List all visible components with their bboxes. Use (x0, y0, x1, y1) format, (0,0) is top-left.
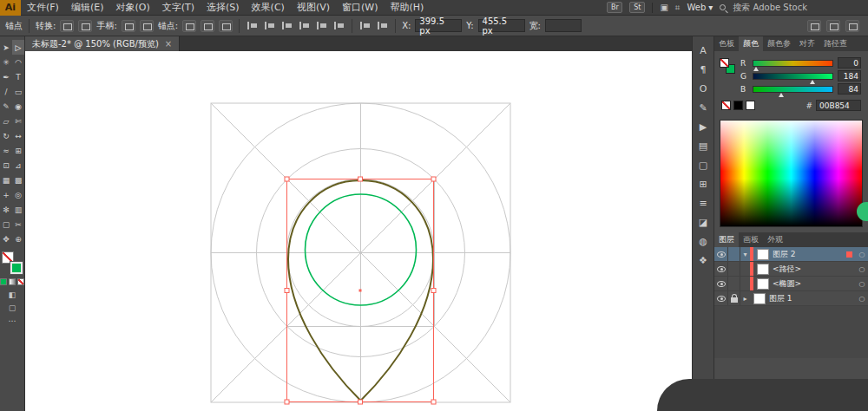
gradient-mode-button[interactable] (9, 278, 16, 285)
fill-proxy-swatch[interactable] (720, 58, 729, 68)
magic-wand-tool[interactable]: ✳ (0, 55, 12, 69)
visibility-toggle[interactable] (714, 277, 728, 290)
direct-selection-tool[interactable]: ▷ (12, 40, 24, 55)
connect-anchor-icon[interactable] (201, 20, 214, 32)
visibility-toggle[interactable] (714, 291, 728, 305)
color-mode-button[interactable] (0, 278, 7, 285)
selected-art-indicator[interactable] (846, 251, 852, 258)
menu-help[interactable]: 帮助(H) (384, 0, 430, 16)
type-tool[interactable]: T (12, 69, 24, 84)
column-graph-tool[interactable]: ▥ (12, 202, 24, 217)
menu-effect[interactable]: 效果(C) (246, 0, 291, 16)
actions-panel-icon[interactable]: ▶ (700, 121, 707, 133)
align-top-icon[interactable] (298, 20, 311, 31)
stroke-panel-icon[interactable]: ≡ (699, 198, 707, 209)
convert-to-corner-icon[interactable] (60, 20, 74, 32)
stock-button[interactable]: St (629, 2, 645, 13)
tab-appearance[interactable]: 外观 (763, 232, 787, 247)
menu-object[interactable]: 对象(O) (109, 0, 155, 16)
distribute-horizontal-icon[interactable] (358, 20, 372, 31)
symbols-panel-icon[interactable]: ❖ (699, 255, 707, 266)
tab-swatches[interactable]: 色板 (714, 36, 739, 51)
green-slider[interactable] (753, 73, 833, 80)
lock-toggle[interactable] (728, 262, 740, 276)
align-right-icon[interactable] (280, 20, 293, 31)
isolate-selection-icon[interactable] (826, 20, 840, 32)
none-mode-button[interactable] (17, 278, 24, 285)
width-input[interactable] (545, 19, 582, 32)
close-icon[interactable]: × (165, 39, 172, 49)
selection-tool[interactable]: ➤ (0, 40, 12, 55)
color-spectrum-picker[interactable] (720, 120, 863, 227)
cut-path-icon[interactable] (219, 20, 233, 32)
lock-toggle[interactable] (728, 277, 740, 290)
menu-type[interactable]: 文字(T) (156, 0, 201, 16)
green-value-input[interactable]: 184 (838, 70, 861, 82)
tab-color-guide[interactable]: 颜色参 (763, 36, 795, 51)
align-middle-icon[interactable] (315, 20, 328, 31)
hex-value-input[interactable]: 00B854 (816, 100, 861, 111)
chevron-down-icon[interactable]: ▾ (740, 251, 750, 258)
free-transform-tool[interactable]: ⊞ (12, 143, 24, 158)
panel-menu-icon[interactable] (845, 20, 859, 32)
screen-mode-icon[interactable]: ▢ (9, 303, 16, 312)
artboard-tool[interactable]: ▢ (0, 217, 12, 232)
artboard[interactable] (25, 51, 692, 411)
remove-anchor-icon[interactable] (182, 20, 196, 32)
eraser-tool[interactable]: ▱ (0, 114, 12, 128)
layer-row-layer1[interactable]: ▸ 图层 1 ○ (714, 291, 868, 306)
white-swatch[interactable] (746, 101, 755, 110)
layer-row-layer2[interactable]: ▾ 图层 2 ○ (714, 247, 868, 262)
stroke-swatch-green[interactable] (10, 262, 23, 274)
brushes-panel-icon[interactable]: ✎ (699, 102, 707, 114)
convert-to-smooth-icon[interactable] (78, 20, 92, 32)
target-icon[interactable]: ○ (856, 251, 868, 258)
layer-thumbnail[interactable] (757, 249, 769, 260)
layer-row-ellipse[interactable]: <椭圆> ○ (714, 277, 868, 291)
hand-tool[interactable]: ✥ (0, 232, 12, 246)
shape-builder-tool[interactable]: ⊡ (0, 158, 12, 173)
menu-view[interactable]: 视图(V) (291, 0, 336, 16)
eyedropper-tool[interactable]: + (0, 187, 12, 202)
gradient-panel-icon[interactable]: ◪ (699, 217, 707, 228)
transparency-panel-icon[interactable]: ◍ (699, 236, 707, 247)
blue-value-input[interactable]: 84 (838, 83, 861, 95)
target-icon[interactable]: ○ (856, 295, 868, 303)
scale-tool[interactable]: ↔ (12, 128, 24, 143)
blend-tool[interactable]: ◎ (12, 187, 24, 202)
y-input[interactable]: 455.5 px (478, 19, 525, 32)
line-segment-tool[interactable]: / (0, 84, 12, 99)
none-swatch[interactable] (721, 101, 731, 110)
toolbar-overflow-icon[interactable]: ⋯ (9, 316, 16, 325)
layer-thumbnail[interactable] (757, 278, 769, 290)
target-icon[interactable]: ○ (856, 280, 868, 288)
panel-fill-stroke-widget[interactable] (720, 58, 735, 74)
tab-artboards[interactable]: 画板 (739, 232, 763, 247)
red-slider-thumb[interactable] (753, 67, 759, 71)
layer-thumbnail[interactable] (753, 293, 766, 304)
align-left-icon[interactable] (246, 20, 259, 31)
target-icon[interactable]: ○ (856, 265, 868, 273)
gpu-performance-icon[interactable]: ⌗ (675, 3, 681, 13)
distribute-vertical-icon[interactable] (376, 20, 389, 31)
green-slider-thumb[interactable] (810, 80, 815, 84)
tab-color[interactable]: 颜色 (739, 36, 763, 51)
transform-panel-icon[interactable] (807, 20, 821, 32)
menu-edit[interactable]: 编辑(E) (65, 0, 110, 16)
lock-toggle[interactable] (728, 247, 740, 261)
lasso-tool[interactable]: ◠ (12, 55, 24, 69)
pattern-panel-icon[interactable]: ⊞ (699, 179, 707, 190)
search-icon[interactable] (720, 4, 726, 10)
layer-thumbnail[interactable] (757, 264, 769, 275)
stock-search-input[interactable]: 搜索 Adobe Stock (733, 2, 807, 14)
bridge-button[interactable]: Br (607, 2, 622, 13)
lock-toggle[interactable] (728, 291, 740, 305)
gradient-tool[interactable]: ▩ (12, 173, 24, 187)
opentype-panel-icon[interactable]: O (700, 83, 707, 95)
tab-pathfinder[interactable]: 路径查 (819, 36, 852, 51)
x-input[interactable]: 399.5 px (415, 19, 462, 32)
menu-select[interactable]: 选择(S) (201, 0, 246, 16)
slice-tool[interactable]: ✂ (12, 217, 24, 232)
scissors-tool[interactable]: ✄ (12, 114, 24, 128)
mesh-tool[interactable]: ▦ (0, 173, 12, 187)
